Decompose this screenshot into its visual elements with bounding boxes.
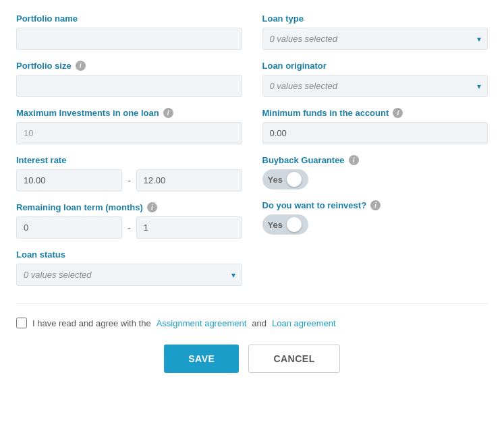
remaining-loan-term-separator: - bbox=[128, 222, 131, 233]
buyback-guarantee-group: Buyback Guarantee i Yes bbox=[262, 155, 488, 189]
minimum-funds-info-icon: i bbox=[393, 108, 403, 118]
buyback-guarantee-toggle[interactable]: Yes bbox=[262, 169, 308, 189]
loan-status-label: Loan status bbox=[16, 249, 242, 260]
portfolio-name-group: Portfolio name bbox=[16, 13, 242, 50]
form-divider bbox=[16, 303, 488, 304]
remaining-loan-term-to-input[interactable] bbox=[136, 216, 242, 239]
agreement-row: I have read and agree with the Assignmen… bbox=[16, 318, 488, 328]
minimum-funds-input[interactable] bbox=[262, 122, 488, 144]
minimum-funds-label: Minimum funds in the account i bbox=[262, 108, 488, 118]
reinvest-label: Do you want to reinvest? i bbox=[262, 200, 488, 210]
minimum-funds-group: Minimum funds in the account i bbox=[262, 108, 488, 144]
button-row: SAVE CANCEL bbox=[16, 345, 488, 373]
agreement-text-before: I have read and agree with the bbox=[32, 318, 151, 328]
reinvest-group: Do you want to reinvest? i Yes bbox=[262, 200, 488, 235]
buyback-guarantee-info-icon: i bbox=[349, 155, 359, 165]
loan-status-select-wrapper: 0 values selected ▾ bbox=[16, 264, 242, 286]
interest-rate-label: Interest rate bbox=[16, 155, 242, 165]
remaining-loan-term-from-input[interactable] bbox=[16, 216, 122, 239]
assignment-agreement-link[interactable]: Assignment agreement bbox=[157, 318, 247, 328]
portfolio-name-input[interactable] bbox=[16, 28, 242, 50]
portfolio-size-label: Portfolio size i bbox=[16, 61, 242, 71]
cancel-button[interactable]: CANCEL bbox=[248, 345, 339, 373]
portfolio-size-info-icon: i bbox=[76, 61, 86, 71]
max-investments-group: Maximum Investments in one loan i bbox=[16, 108, 242, 144]
max-investments-info-icon: i bbox=[163, 108, 173, 118]
loan-originator-select[interactable]: 0 values selected bbox=[262, 75, 488, 97]
loan-type-group: Loan type 0 values selected ▾ bbox=[262, 13, 488, 50]
buyback-guarantee-toggle-label: Yes bbox=[268, 175, 283, 185]
buyback-guarantee-toggle-row: Yes bbox=[262, 169, 488, 189]
portfolio-size-group: Portfolio size i bbox=[16, 61, 242, 97]
buyback-guarantee-toggle-circle bbox=[287, 172, 302, 187]
interest-rate-from-input[interactable] bbox=[16, 169, 122, 191]
reinvest-info-icon: i bbox=[370, 200, 381, 210]
interest-rate-to-input[interactable] bbox=[136, 169, 242, 191]
reinvest-toggle-row: Yes bbox=[262, 214, 488, 235]
portfolio-name-label: Portfolio name bbox=[16, 13, 242, 24]
loan-type-select[interactable]: 0 values selected bbox=[262, 28, 488, 50]
remaining-loan-term-label: Remaining loan term (months) i bbox=[16, 202, 242, 212]
loan-agreement-link[interactable]: Loan agreement bbox=[272, 318, 336, 328]
loan-originator-label: Loan originator bbox=[262, 61, 488, 71]
reinvest-toggle[interactable]: Yes bbox=[262, 214, 308, 235]
reinvest-toggle-label: Yes bbox=[268, 220, 283, 230]
interest-rate-group: Interest rate - bbox=[16, 155, 242, 191]
loan-status-group: Loan status 0 values selected ▾ bbox=[16, 249, 242, 286]
interest-rate-separator: - bbox=[128, 175, 131, 186]
agreement-checkbox[interactable] bbox=[16, 318, 27, 328]
remaining-loan-term-info-icon: i bbox=[147, 202, 157, 212]
loan-originator-group: Loan originator 0 values selected ▾ bbox=[262, 61, 488, 97]
max-investments-input[interactable] bbox=[16, 122, 242, 144]
loan-originator-select-wrapper: 0 values selected ▾ bbox=[262, 75, 488, 97]
loan-status-select[interactable]: 0 values selected bbox=[16, 264, 242, 286]
agreement-text-between: and bbox=[252, 318, 267, 328]
remaining-loan-term-group: Remaining loan term (months) i - bbox=[16, 202, 242, 239]
buyback-guarantee-label: Buyback Guarantee i bbox=[262, 155, 488, 165]
portfolio-size-input[interactable] bbox=[16, 75, 242, 97]
remaining-loan-term-range: - bbox=[16, 216, 242, 239]
max-investments-label: Maximum Investments in one loan i bbox=[16, 108, 242, 118]
loan-type-select-wrapper: 0 values selected ▾ bbox=[262, 28, 488, 50]
reinvest-toggle-circle bbox=[287, 217, 302, 232]
interest-rate-range: - bbox=[16, 169, 242, 191]
save-button[interactable]: SAVE bbox=[164, 345, 239, 373]
loan-type-label: Loan type bbox=[262, 13, 488, 24]
